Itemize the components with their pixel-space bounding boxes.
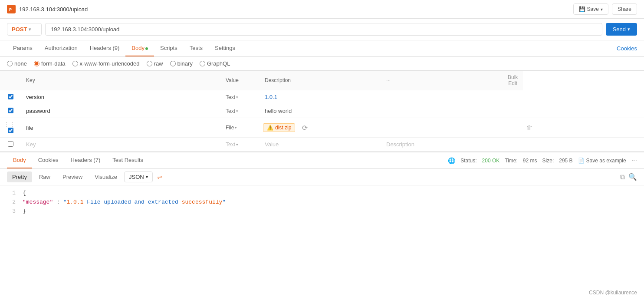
save-example-button[interactable]: 📄 Save as example	[578, 158, 626, 164]
row2-check-cell	[0, 104, 21, 118]
table-empty-row: Text ▾	[0, 138, 644, 152]
bulk-edit-button[interactable]: Bulk Edit	[508, 74, 518, 86]
window-title: 192.168.3.104:3000/upload	[19, 6, 88, 13]
radio-form-data[interactable]: form-data	[34, 60, 66, 67]
response-tab-cookies[interactable]: Cookies	[32, 152, 65, 168]
body-active-dot	[145, 47, 148, 50]
tabs-right: Cookies	[617, 45, 637, 52]
table-row: ⋮⋮ File ▾ ⚠️ dist.zip ⟳	[0, 118, 644, 138]
empty-key-input[interactable]	[24, 140, 217, 148]
url-input[interactable]	[45, 23, 602, 36]
filter-icon[interactable]: ⇌	[157, 174, 162, 181]
tab-params[interactable]: Params	[7, 40, 39, 56]
tab-authorization[interactable]: Authorization	[39, 40, 84, 56]
row1-more	[503, 90, 523, 104]
viewer-tab-pretty[interactable]: Pretty	[7, 171, 32, 182]
drag-handle[interactable]: ⋮⋮	[3, 121, 16, 128]
radio-graphql[interactable]: GraphQL	[200, 60, 230, 67]
row2-type-dropdown[interactable]: Text ▾	[224, 107, 256, 115]
body-type-selector: none form-data x-www-form-urlencoded raw…	[0, 57, 644, 71]
empty-type-dropdown[interactable]: Text ▾	[224, 141, 256, 148]
empty-checkbox[interactable]	[8, 141, 13, 147]
row2-checkbox[interactable]	[8, 108, 13, 113]
size-label: Size:	[542, 158, 554, 164]
copy-icon[interactable]: ⧉	[620, 173, 625, 181]
chevron-down-icon: ▾	[628, 26, 630, 32]
tab-body[interactable]: Body	[125, 40, 154, 56]
json-viewer: 1 { 2 "message" : "1.0.1 File uploaded a…	[0, 185, 644, 219]
row3-type-dropdown[interactable]: File ▾	[224, 124, 256, 132]
send-button[interactable]: Send ▾	[606, 23, 637, 36]
row3-key-input[interactable]	[24, 124, 217, 132]
method-dropdown[interactable]: POST ▾	[7, 23, 42, 36]
row3-key-cell	[21, 118, 220, 138]
tab-scripts[interactable]: Scripts	[154, 40, 184, 56]
tab-tests[interactable]: Tests	[184, 40, 209, 56]
format-selector[interactable]: JSON ▾	[124, 171, 153, 182]
viewer-tab-raw[interactable]: Raw	[34, 171, 56, 182]
row3-desc-cell	[381, 118, 503, 138]
viewer-tab-visualize[interactable]: Visualize	[89, 171, 122, 182]
svg-text:P: P	[9, 7, 12, 12]
row2-more	[503, 104, 523, 118]
share-button[interactable]: Share	[612, 3, 637, 15]
status-value: 200 OK	[482, 158, 500, 164]
chevron-down-icon: ▾	[146, 175, 148, 179]
chevron-down-icon: ▾	[236, 95, 238, 99]
response-tab-body[interactable]: Body	[7, 152, 32, 168]
row2-actions	[523, 104, 644, 118]
empty-desc-input[interactable]	[384, 140, 499, 148]
row2-desc-input[interactable]	[384, 107, 499, 115]
more-options-icon[interactable]: ···	[631, 157, 637, 165]
table-row: Text ▾	[0, 104, 644, 118]
radio-none[interactable]: none	[7, 60, 27, 67]
status-label: Status:	[460, 158, 476, 164]
row1-key-cell	[21, 90, 220, 104]
row3-checkbox[interactable]	[8, 128, 13, 133]
radio-raw[interactable]: raw	[147, 60, 163, 67]
delete-icon[interactable]: 🗑	[526, 124, 532, 131]
request-tabs: Params Authorization Headers (9) Body Sc…	[0, 40, 644, 57]
chevron-down-icon: ▾	[236, 109, 238, 113]
row1-desc-input[interactable]	[384, 93, 499, 101]
row3-desc-input[interactable]	[384, 124, 499, 132]
upload-icon[interactable]: ⟳	[302, 124, 308, 132]
viewer-tab-preview[interactable]: Preview	[57, 171, 88, 182]
row1-key-input[interactable]	[24, 93, 217, 101]
radio-binary[interactable]: binary	[170, 60, 193, 67]
row3-value-cell: ⚠️ dist.zip ⟳	[260, 118, 381, 138]
json-line-2: 2 "message" : "1.0.1 File uploaded and e…	[7, 198, 637, 207]
cookies-link[interactable]: Cookies	[617, 45, 637, 52]
row2-key-cell	[21, 104, 220, 118]
file-badge[interactable]: ⚠️ dist.zip	[263, 123, 295, 132]
row1-type-dropdown[interactable]: Text ▾	[224, 93, 256, 101]
app-icon: P	[7, 5, 16, 13]
save-icon: 💾	[579, 6, 585, 12]
response-tab-headers[interactable]: Headers (7)	[65, 152, 107, 168]
tab-settings[interactable]: Settings	[209, 40, 241, 56]
search-icon[interactable]: 🔍	[628, 173, 637, 181]
empty-value-cell	[260, 138, 381, 152]
time-label: Time:	[505, 158, 518, 164]
row1-value-input[interactable]	[263, 93, 378, 101]
tab-headers[interactable]: Headers (9)	[84, 40, 126, 56]
row2-value-input[interactable]	[263, 107, 378, 115]
row3-more	[503, 118, 523, 138]
row1-checkbox[interactable]	[8, 94, 13, 99]
warning-icon: ⚠️	[267, 125, 273, 131]
empty-value-input[interactable]	[263, 140, 378, 148]
json-line-3: 3 }	[7, 207, 637, 216]
globe-icon: 🌐	[448, 157, 455, 164]
chevron-down-icon: ▾	[29, 27, 31, 32]
row2-key-input[interactable]	[24, 107, 217, 115]
save-button[interactable]: 💾 Save ▾	[573, 3, 608, 15]
header: P 192.168.3.104:3000/upload 💾 Save ▾ Sha…	[0, 0, 644, 19]
response-tab-test-results[interactable]: Test Results	[106, 152, 149, 168]
chevron-down-icon: ▾	[236, 142, 238, 147]
radio-urlencoded[interactable]: x-www-form-urlencoded	[72, 60, 140, 67]
empty-key-cell	[21, 138, 220, 152]
row2-type-cell: Text ▾	[220, 104, 260, 118]
row1-actions	[523, 90, 644, 104]
form-data-table: Key Value Description ··· Bulk Edit	[0, 71, 644, 152]
col-check	[0, 71, 21, 90]
